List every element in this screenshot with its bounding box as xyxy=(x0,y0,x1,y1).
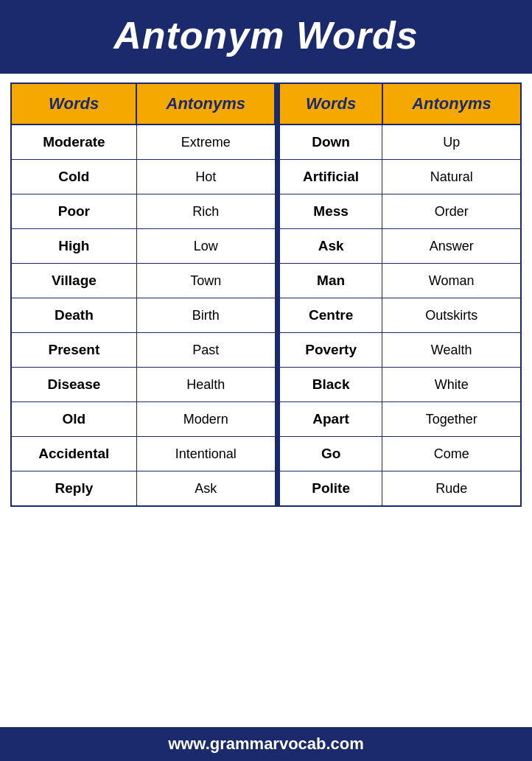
antonym-cell: Past xyxy=(136,333,275,368)
word-cell: Village xyxy=(11,264,136,298)
word-cell: Poverty xyxy=(279,333,382,368)
col-words-2-header: Words xyxy=(279,83,382,125)
word-cell: Cold xyxy=(11,160,136,194)
col-words-1-header: Words xyxy=(11,83,136,125)
word-cell: Centre xyxy=(279,298,382,333)
antonym-cell: Answer xyxy=(382,229,521,264)
antonym-cell: Ask xyxy=(136,471,275,507)
antonym-cell: Together xyxy=(382,402,521,437)
word-cell: Poor xyxy=(11,194,136,229)
antonym-cell: Rich xyxy=(136,194,275,229)
table-container: Words Antonyms Words Antonyms ModerateEx… xyxy=(0,74,532,727)
antonym-cell: Health xyxy=(136,368,275,402)
antonym-cell: Hot xyxy=(136,160,275,194)
antonym-cell: Low xyxy=(136,229,275,264)
word-cell: Ask xyxy=(279,229,382,264)
antonym-cell: Come xyxy=(382,437,521,471)
col-antonyms-2-header: Antonyms xyxy=(382,83,521,125)
word-cell: Death xyxy=(11,298,136,333)
word-cell: Artificial xyxy=(279,160,382,194)
antonym-cell: Wealth xyxy=(382,333,521,368)
antonym-cell: Town xyxy=(136,264,275,298)
word-cell: Moderate xyxy=(11,125,136,160)
antonym-cell: Natural xyxy=(382,160,521,194)
table-row: AccidentalIntentionalGoCome xyxy=(11,437,521,471)
page-footer: www.grammarvocab.com xyxy=(0,727,532,761)
table-row: ColdHotArtificialNatural xyxy=(11,160,521,194)
table-row: DeathBirthCentreOutskirts xyxy=(11,298,521,333)
table-row: PresentPastPovertyWealth xyxy=(11,333,521,368)
word-cell: Accidental xyxy=(11,437,136,471)
word-cell: Go xyxy=(279,437,382,471)
table-row: OldModernApartTogether xyxy=(11,402,521,437)
antonym-cell: Woman xyxy=(382,264,521,298)
antonym-cell: Modern xyxy=(136,402,275,437)
word-cell: Present xyxy=(11,333,136,368)
word-cell: Polite xyxy=(279,471,382,507)
table-header-row: Words Antonyms Words Antonyms xyxy=(11,83,521,125)
word-cell: Old xyxy=(11,402,136,437)
page-title: Antonym Words xyxy=(15,13,517,57)
table-row: VillageTownManWoman xyxy=(11,264,521,298)
table-row: ModerateExtremeDownUp xyxy=(11,125,521,160)
antonym-table: Words Antonyms Words Antonyms ModerateEx… xyxy=(10,83,522,507)
page-header: Antonym Words xyxy=(0,0,532,74)
word-cell: Reply xyxy=(11,471,136,507)
antonym-cell: Birth xyxy=(136,298,275,333)
word-cell: Man xyxy=(279,264,382,298)
col-antonyms-1-header: Antonyms xyxy=(136,83,275,125)
table-row: PoorRichMessOrder xyxy=(11,194,521,229)
word-cell: Black xyxy=(279,368,382,402)
antonym-cell: Extreme xyxy=(136,125,275,160)
word-cell: Down xyxy=(279,125,382,160)
table-row: HighLowAskAnswer xyxy=(11,229,521,264)
footer-url: www.grammarvocab.com xyxy=(168,734,364,753)
word-cell: Disease xyxy=(11,368,136,402)
table-row: ReplyAskPoliteRude xyxy=(11,471,521,507)
antonym-cell: Rude xyxy=(382,471,521,507)
table-row: DiseaseHealthBlackWhite xyxy=(11,368,521,402)
word-cell: Mess xyxy=(279,194,382,229)
antonym-cell: Intentional xyxy=(136,437,275,471)
word-cell: Apart xyxy=(279,402,382,437)
antonym-cell: White xyxy=(382,368,521,402)
word-cell: High xyxy=(11,229,136,264)
antonym-cell: Outskirts xyxy=(382,298,521,333)
antonym-cell: Order xyxy=(382,194,521,229)
antonym-cell: Up xyxy=(382,125,521,160)
